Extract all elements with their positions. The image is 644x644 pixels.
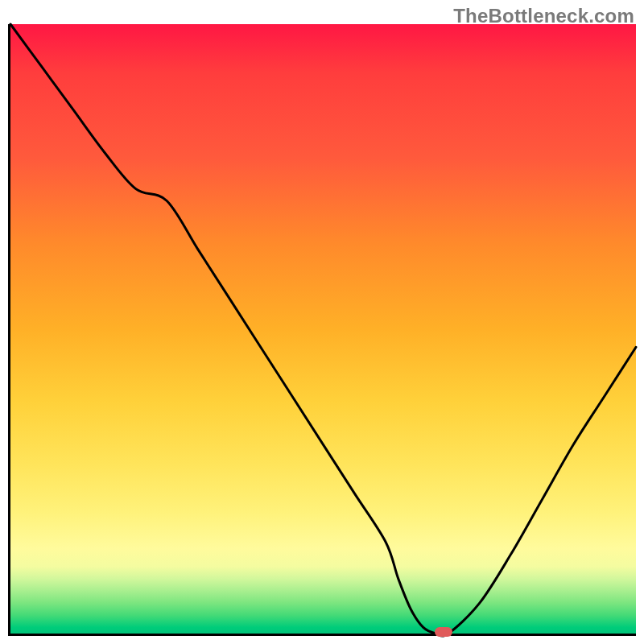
- plot-area: [8, 24, 636, 636]
- chart-container: TheBottleneck.com: [0, 0, 644, 644]
- optimal-marker: [435, 627, 452, 637]
- bottleneck-curve: [10, 24, 636, 634]
